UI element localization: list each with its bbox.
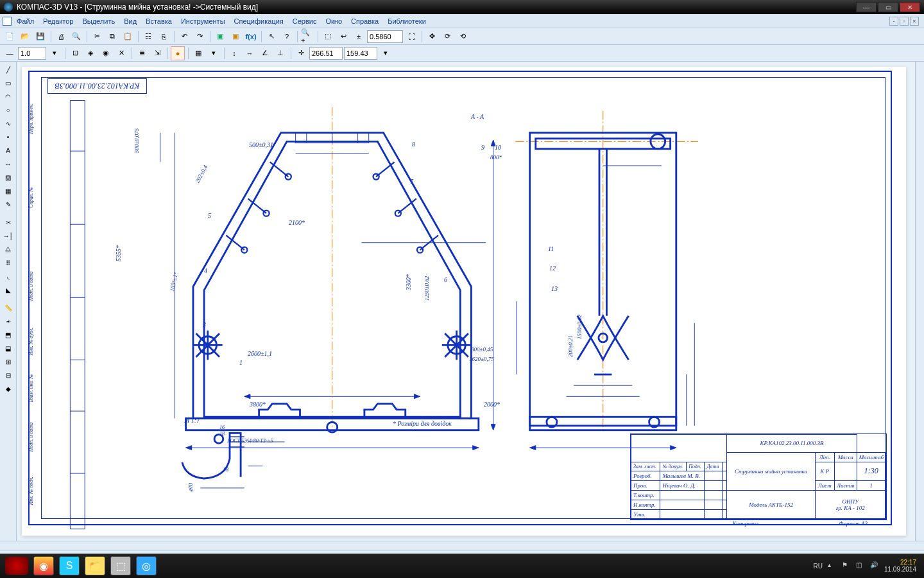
snap-mid-button[interactable]: ◈ (83, 46, 98, 60)
grid-dd-button[interactable]: ▾ (207, 46, 221, 60)
cursor-button[interactable]: ↖ (264, 30, 278, 44)
pick2-button[interactable]: ▣ (228, 30, 243, 44)
geom-line-button[interactable]: ╱ (1, 63, 15, 76)
array-button[interactable]: ⠿ (1, 256, 15, 269)
tray-clock[interactable]: 22:17 11.09.2014 (884, 559, 919, 573)
dim-ang-button[interactable]: ∠ (258, 46, 272, 60)
preview-button[interactable]: 🔍 (69, 30, 83, 44)
mdi-minimize-button[interactable]: - (889, 17, 898, 26)
menu-file[interactable]: Файл (13, 16, 38, 26)
ortho-button[interactable]: ● (171, 46, 185, 60)
table-button[interactable]: ▦ (1, 184, 15, 197)
tool-e-button[interactable]: ◆ (1, 382, 15, 395)
tool-c-button[interactable]: ⊞ (1, 355, 15, 368)
mdi-restore-button[interactable]: ▫ (900, 17, 909, 26)
grid-button[interactable]: ▦ (191, 46, 205, 60)
line-style-button[interactable]: — (3, 46, 17, 60)
vertical-scrollbar[interactable] (915, 62, 924, 541)
zoom-in-button[interactable]: 🔍+ (300, 30, 314, 44)
menu-service[interactable]: Сервис (289, 16, 321, 26)
zoom-scale-button[interactable]: ± (352, 30, 366, 44)
coord-y-input[interactable] (344, 47, 377, 60)
tray-lang[interactable]: RU (813, 563, 822, 570)
start-button[interactable] (5, 557, 28, 575)
zoom-prev-button[interactable]: ↩ (336, 30, 350, 44)
geom-point-button[interactable]: • (1, 130, 15, 143)
open-button[interactable]: 📂 (18, 30, 32, 44)
zoom-fit-button[interactable]: ⛶ (404, 30, 418, 44)
dropdown-icon[interactable]: ▾ (47, 46, 62, 60)
close-button[interactable]: ✕ (900, 2, 920, 12)
horizontal-scrollbar[interactable] (0, 541, 924, 550)
snap-int-button[interactable]: ✕ (114, 46, 128, 60)
tray-show-hidden-icon[interactable]: ▴ (828, 561, 837, 570)
drawing-canvas[interactable]: КР.КА102.23.00.11.000.ЗВ (22, 67, 906, 536)
print-button[interactable]: 🖨 (54, 30, 68, 44)
zoom-window-button[interactable]: ⬚ (321, 30, 335, 44)
undo-button[interactable]: ↶ (177, 30, 191, 44)
menu-spec[interactable]: Спецификация (230, 16, 287, 26)
measure-button[interactable]: 📏 (1, 301, 15, 314)
dim-perp-button[interactable]: ⊥ (273, 46, 287, 60)
zoom-input[interactable] (367, 30, 403, 43)
tool-d-button[interactable]: ⊟ (1, 369, 15, 381)
copy-button[interactable]: ⧉ (105, 30, 119, 44)
snap-cen-button[interactable]: ◉ (99, 46, 113, 60)
menu-editor[interactable]: Редактор (39, 16, 77, 26)
cut-button[interactable]: ✂ (90, 30, 104, 44)
geom-circle-button[interactable]: ○ (1, 103, 15, 116)
snap-end-button[interactable]: ⊡ (68, 46, 82, 60)
explode-button[interactable]: ⇲ (150, 46, 164, 60)
menu-select[interactable]: Выделить (78, 16, 119, 26)
geom-rect-button[interactable]: ▭ (1, 76, 15, 89)
menu-insert[interactable]: Вставка (142, 16, 176, 26)
taskbar-chrome-icon[interactable]: ◉ (33, 556, 54, 575)
tray-volume-icon[interactable]: 🔊 (870, 561, 879, 570)
taskbar-kompas-icon[interactable]: ◎ (136, 556, 157, 575)
pick1-button[interactable]: ▣ (213, 30, 227, 44)
refresh-button[interactable]: ⟲ (456, 30, 470, 44)
taskbar-app-icon[interactable]: ⬚ (110, 556, 131, 575)
menu-view[interactable]: Вид (120, 16, 141, 26)
fillet-button[interactable]: ◟ (1, 270, 15, 283)
geom-text-button[interactable]: A (1, 144, 15, 157)
dim-v-button[interactable]: ↕ (227, 46, 241, 60)
maximize-button[interactable]: ▭ (878, 2, 898, 12)
paste-button[interactable]: 📋 (121, 30, 135, 44)
properties-button[interactable]: ☷ (141, 30, 155, 44)
tray-flag-icon[interactable]: ⚑ (842, 561, 851, 570)
edit-button[interactable]: ✎ (1, 198, 15, 211)
minimize-button[interactable]: — (856, 2, 877, 12)
break-button[interactable]: ≁ (1, 315, 15, 328)
tool-b-button[interactable]: ⬓ (1, 342, 15, 355)
coord-dd-button[interactable]: ▾ (379, 46, 393, 60)
linewidth-input[interactable] (18, 47, 46, 60)
coord-button[interactable]: ✛ (294, 46, 308, 60)
geom-spline-button[interactable]: ∿ (1, 117, 15, 130)
dim-button[interactable]: ↔ (1, 157, 15, 170)
new-button[interactable]: 📄 (3, 30, 17, 44)
mdi-close-button[interactable]: × (910, 17, 919, 26)
rotate-button[interactable]: ⟳ (440, 30, 454, 44)
mirror-button[interactable]: ⧋ (1, 243, 15, 256)
chamfer-button[interactable]: ◣ (1, 283, 15, 296)
extend-button[interactable]: →│ (1, 229, 15, 242)
copy-props-button[interactable]: ⎘ (157, 30, 171, 44)
taskbar-skype-icon[interactable]: S (59, 556, 80, 575)
layer-button[interactable]: ≣ (135, 46, 149, 60)
taskbar-explorer-icon[interactable]: 📁 (85, 556, 105, 575)
menu-window[interactable]: Окно (321, 16, 346, 26)
tool-a-button[interactable]: ⬒ (1, 328, 15, 341)
save-button[interactable]: 💾 (33, 30, 47, 44)
trim-button[interactable]: ✂ (1, 216, 15, 229)
hatch-button[interactable]: ▨ (1, 171, 15, 184)
menu-tools[interactable]: Инструменты (177, 16, 229, 26)
redo-button[interactable]: ↷ (193, 30, 207, 44)
menu-libraries[interactable]: Библиотеки (384, 16, 430, 26)
fx-button[interactable]: f(x) (244, 30, 258, 44)
menu-help[interactable]: Справка (347, 16, 382, 26)
tray-network-icon[interactable]: ◫ (856, 561, 865, 570)
help-button[interactable]: ? (280, 30, 294, 44)
geom-arc-button[interactable]: ◠ (1, 90, 15, 103)
pan-button[interactable]: ✥ (425, 30, 439, 44)
